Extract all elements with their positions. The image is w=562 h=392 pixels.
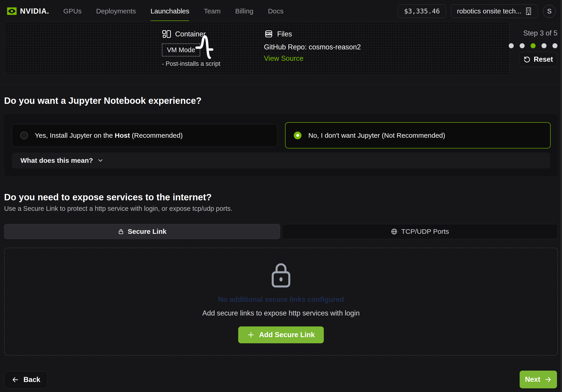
nav-links: GPUs Deployments Launchables Team Billin… bbox=[63, 0, 283, 22]
empty-state-ghost-text: No additional secure links configured bbox=[218, 296, 344, 304]
files-summary: Files bbox=[264, 29, 292, 39]
jupyter-options-card: Yes, Install Jupyter on the Host (Recomm… bbox=[4, 114, 558, 176]
vm-mode-badge: VM Mode bbox=[162, 44, 200, 57]
user-avatar[interactable]: S bbox=[543, 5, 556, 18]
github-repo-label: GitHub Repo: cosmos-reason2 bbox=[264, 43, 361, 51]
arrow-right-icon bbox=[544, 376, 552, 383]
jupyter-option-yes[interactable]: Yes, Install Jupyter on the Host (Recomm… bbox=[12, 124, 277, 147]
nav-item-gpus[interactable]: GPUs bbox=[63, 0, 82, 22]
nav-item-billing[interactable]: Billing bbox=[235, 0, 253, 22]
lock-large-icon bbox=[269, 261, 293, 289]
step-dots bbox=[509, 43, 557, 48]
plus-icon bbox=[247, 331, 255, 338]
lock-icon bbox=[118, 228, 124, 235]
what-does-this-mean-accordion[interactable]: What does this mean? bbox=[12, 152, 550, 168]
expose-heading: Do you need to expose services to the in… bbox=[4, 192, 211, 202]
reset-icon bbox=[524, 56, 531, 63]
container-icon bbox=[162, 29, 172, 39]
step-dot bbox=[509, 43, 514, 48]
jupyter-option-no[interactable]: No, I don't want Jupyter (Not Recommende… bbox=[285, 122, 550, 149]
nav-item-docs[interactable]: Docs bbox=[268, 0, 283, 22]
org-switcher-button[interactable]: robotics onsite tech... bbox=[451, 4, 538, 18]
nav-right-cluster: $3,335.46 robotics onsite tech... S bbox=[398, 4, 556, 18]
org-name: robotics onsite tech... bbox=[457, 7, 521, 15]
step-dot bbox=[541, 43, 547, 48]
back-button[interactable]: Back bbox=[4, 371, 48, 388]
radio-unselected-icon[interactable] bbox=[20, 132, 28, 139]
jupyter-option-yes-label: Yes, Install Jupyter on the Host (Recomm… bbox=[35, 132, 183, 139]
accordion-label: What does this mean? bbox=[21, 157, 93, 164]
arrow-left-icon bbox=[12, 376, 19, 383]
nav-item-deployments[interactable]: Deployments bbox=[96, 0, 136, 22]
step-dot bbox=[520, 43, 525, 48]
credit-balance-button[interactable]: $3,335.46 bbox=[398, 4, 446, 18]
launchable-wizard-page: NVIDIA. GPUs Deployments Launchables Tea… bbox=[0, 0, 562, 392]
tab-tcp-udp-ports[interactable]: TCP/UDP Ports bbox=[282, 224, 558, 239]
nvidia-logo[interactable]: NVIDIA. bbox=[7, 6, 49, 16]
tab-secure-link-label: Secure Link bbox=[128, 228, 166, 235]
globe-icon bbox=[391, 228, 398, 235]
view-source-link[interactable]: View Source bbox=[264, 54, 303, 63]
next-button[interactable]: Next bbox=[520, 371, 557, 388]
brand-wordmark: NVIDIA. bbox=[20, 7, 49, 15]
reset-button[interactable]: Reset bbox=[519, 52, 557, 67]
step-dot bbox=[552, 43, 557, 48]
top-nav: NVIDIA. GPUs Deployments Launchables Tea… bbox=[0, 0, 562, 22]
jupyter-option-no-label: No, I don't want Jupyter (Not Recommende… bbox=[308, 132, 445, 139]
chevron-down-icon bbox=[97, 157, 104, 164]
post-install-note: - Post-installs a script bbox=[162, 60, 221, 67]
jupyter-heading: Do you want a Jupyter Notebook experienc… bbox=[4, 96, 201, 106]
script-connector-icon bbox=[195, 34, 214, 60]
nav-item-team[interactable]: Team bbox=[204, 0, 221, 22]
expose-subheading: Use a Secure Link to protect a http serv… bbox=[4, 205, 233, 212]
nvidia-eye-icon bbox=[7, 6, 17, 16]
tab-secure-link[interactable]: Secure Link bbox=[4, 224, 280, 239]
reset-label: Reset bbox=[534, 55, 553, 64]
add-secure-link-label: Add Secure Link bbox=[259, 331, 315, 339]
radio-dot bbox=[296, 134, 299, 137]
radio-selected-icon[interactable] bbox=[294, 132, 302, 139]
empty-state-help-text: Add secure links to expose http services… bbox=[202, 309, 360, 317]
next-label: Next bbox=[525, 375, 540, 384]
scrollbar[interactable] bbox=[560, 0, 562, 392]
step-indicator-label: Step 3 of 5 bbox=[523, 29, 557, 37]
credit-balance-value: $3,335.46 bbox=[404, 7, 440, 15]
launchable-summary-panel: Container VM Mode - Post-installs a scri… bbox=[4, 21, 510, 75]
back-label: Back bbox=[23, 376, 40, 384]
building-icon bbox=[525, 7, 532, 15]
section-divider bbox=[0, 85, 562, 85]
secure-links-empty-panel: No additional secure links configured Ad… bbox=[4, 248, 558, 356]
expose-tabs: Secure Link TCP/UDP Ports bbox=[4, 224, 558, 239]
files-icon bbox=[264, 29, 273, 39]
add-secure-link-button[interactable]: Add Secure Link bbox=[238, 326, 324, 343]
nav-item-launchables[interactable]: Launchables bbox=[151, 0, 189, 22]
avatar-initial: S bbox=[547, 8, 551, 15]
tab-tcp-udp-ports-label: TCP/UDP Ports bbox=[401, 228, 449, 235]
files-label: Files bbox=[277, 30, 292, 38]
step-dot bbox=[531, 43, 536, 48]
